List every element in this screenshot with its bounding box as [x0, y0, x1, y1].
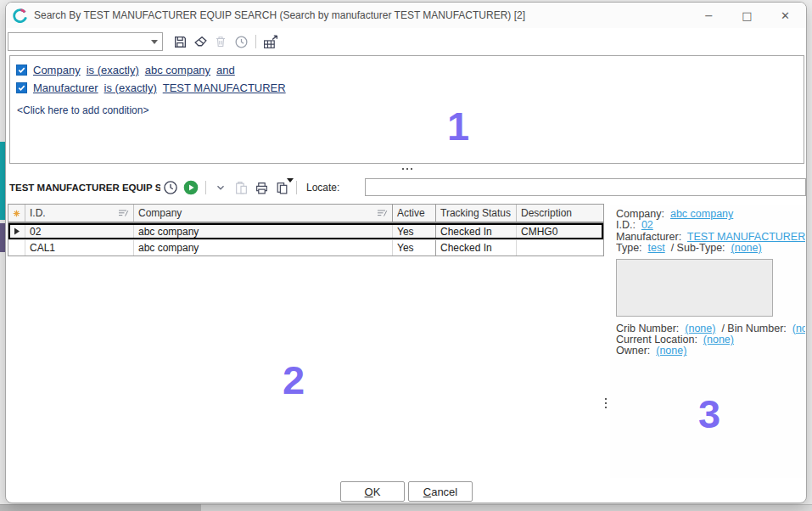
detail-owner-line: Owner: (none) [616, 345, 805, 357]
column-header-company[interactable]: Company [134, 205, 393, 222]
trash-icon [214, 35, 227, 48]
detail-company-line: Company: abc company [616, 209, 805, 220]
play-icon [183, 180, 199, 195]
close-icon: ✕ [781, 9, 790, 22]
condition-field-link[interactable]: Company [33, 64, 81, 76]
saved-search-combobox[interactable] [8, 32, 163, 51]
minimize-button[interactable]: − [690, 3, 728, 28]
background-strip-left [0, 504, 201, 511]
chevron-down-button[interactable] [210, 177, 231, 198]
detail-company-link[interactable]: abc company [670, 209, 733, 220]
cell-tracking-status: Checked In [436, 240, 517, 256]
toolbar-separator [255, 35, 256, 48]
history-button[interactable] [231, 31, 251, 52]
check-icon [17, 65, 26, 75]
maximize-icon: □ [742, 9, 752, 22]
sort-icon [118, 209, 129, 217]
search-toolbar [8, 31, 281, 53]
locate-label: Locate: [306, 182, 339, 194]
annotation-number-3: 3 [698, 390, 720, 437]
table-row[interactable]: CAL1 abc company Yes Checked In [8, 239, 603, 256]
saved-search-input[interactable] [8, 33, 147, 50]
item-image-placeholder [616, 259, 773, 317]
cell-id: CAL1 [25, 240, 134, 256]
cell-description [517, 240, 602, 256]
condition-row: Company is (exactly) abc company and [16, 61, 798, 79]
column-header-tracking-status[interactable]: Tracking Status [436, 205, 517, 222]
cancel-button[interactable]: Cancel [408, 481, 473, 502]
table-header-row: I.D. Company Active Tracking Status Desc… [8, 205, 603, 223]
condition-checkbox[interactable] [16, 65, 27, 76]
detail-owner-link[interactable]: (none) [656, 345, 686, 357]
conditions-panel: Company is (exactly) abc company and Man… [9, 55, 804, 164]
toolbar-separator [296, 181, 297, 194]
cell-id: 02 [25, 223, 134, 239]
maximize-button[interactable]: □ [728, 3, 766, 28]
column-header-id[interactable]: I.D. [25, 205, 134, 222]
column-header-description[interactable]: Description [517, 205, 602, 222]
locate-input[interactable] [365, 178, 806, 196]
clock-icon [234, 35, 249, 49]
grid-arrow-icon [263, 35, 279, 49]
background-strip-right [201, 504, 812, 511]
detail-id-link[interactable]: 02 [641, 220, 653, 231]
check-icon [17, 83, 26, 93]
app-logo-icon [13, 8, 27, 23]
desktop-background: Search By TEST MANUFACTURER EQUIP SEARCH… [0, 0, 812, 511]
condition-conjunction-link[interactable]: and [216, 64, 235, 76]
search-dialog-window: Search By TEST MANUFACTURER EQUIP SEARCH… [5, 2, 807, 503]
clear-conditions-button[interactable] [190, 31, 210, 52]
schedule-button[interactable] [160, 177, 181, 198]
condition-operator-link[interactable]: is (exactly) [104, 81, 157, 94]
vertical-splitter[interactable] [602, 204, 609, 475]
detail-location-line: Current Location: (none) [616, 334, 805, 345]
detail-location-link[interactable]: (none) [703, 334, 734, 345]
toolbar-separator [205, 181, 206, 194]
grid-title: TEST MANUFACTURER EQUIP SE [9, 182, 160, 193]
column-header-active[interactable]: Active [393, 205, 436, 222]
save-search-button[interactable] [170, 31, 190, 52]
paste-icon [234, 181, 249, 195]
add-condition-link[interactable]: <Click here to add condition> [17, 104, 798, 116]
detail-crib-link[interactable]: (none) [685, 323, 715, 334]
cell-description: CMHG0 [517, 223, 602, 239]
ok-button[interactable]: OK [340, 481, 405, 502]
detail-subtype-link[interactable]: (none) [731, 243, 762, 254]
cell-company: abc company [134, 240, 393, 256]
results-toolbar: TEST MANUFACTURER EQUIP SE [9, 176, 804, 199]
combo-dropdown-icon[interactable] [147, 33, 162, 50]
export-report-button[interactable] [272, 177, 292, 198]
close-button[interactable]: ✕ [766, 3, 804, 28]
row-marker-icon [14, 227, 20, 235]
printer-icon [255, 181, 269, 195]
horizontal-splitter[interactable] [9, 166, 804, 172]
table-gutter-header[interactable] [8, 205, 25, 222]
window-title: Search By TEST MANUFACTURER EQUIP SEARCH… [34, 9, 525, 21]
eraser-icon [193, 35, 208, 49]
condition-value-link[interactable]: abc company [145, 64, 210, 76]
detail-id-label: I.D.: [616, 220, 636, 231]
detail-type-line: Type: test / Sub-Type: (none) [616, 243, 805, 254]
save-icon [173, 35, 188, 49]
detail-id-line: I.D.: 02 [616, 220, 805, 231]
detail-type-link[interactable]: test [648, 243, 665, 254]
print-button[interactable] [251, 177, 272, 198]
paste-button[interactable] [231, 177, 251, 198]
table-row[interactable]: 02 abc company Yes Checked In CMHG0 [8, 223, 603, 239]
layout-button[interactable] [260, 31, 281, 52]
minimize-icon: − [704, 9, 714, 22]
titlebar[interactable]: Search By TEST MANUFACTURER EQUIP SEARCH… [6, 3, 806, 28]
delete-search-button[interactable] [210, 31, 231, 52]
condition-checkbox[interactable] [16, 82, 27, 93]
run-search-button[interactable] [181, 177, 201, 198]
condition-value-link[interactable]: TEST MANUFACTURER [163, 81, 286, 94]
copy-icon [275, 181, 289, 195]
cell-active: Yes [393, 240, 436, 256]
detail-bin-link[interactable]: (none) [792, 323, 805, 334]
annotation-number-2: 2 [283, 357, 305, 403]
condition-operator-link[interactable]: is (exactly) [87, 64, 139, 76]
condition-field-link[interactable]: Manufacturer [33, 81, 98, 94]
detail-subtype-label: / Sub-Type: [671, 243, 725, 254]
cell-company: abc company [134, 223, 393, 239]
detail-manufacturer-link[interactable]: TEST MANUFACTURER [687, 232, 805, 243]
